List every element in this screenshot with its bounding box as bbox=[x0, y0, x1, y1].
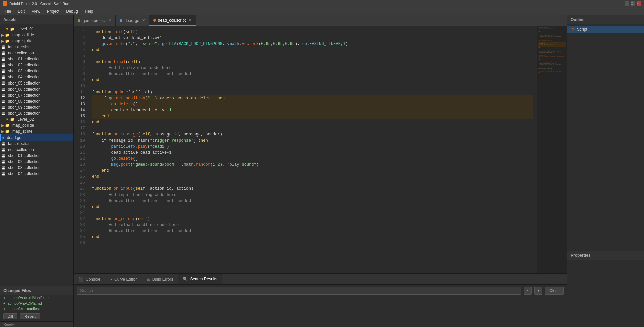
collection-icon: 💾 bbox=[1, 172, 5, 176]
outline-item-label: Script bbox=[577, 27, 587, 32]
changed-files-list: +admob/AndroidManifest.xml+admob/README.… bbox=[0, 295, 73, 311]
tree-item[interactable]: 💾 sbor_04.collection bbox=[0, 74, 73, 80]
code-line: function on_message(self, message_id, me… bbox=[92, 131, 533, 138]
tab-bar: game.project✕dead.go✕dead_coll.script✕ bbox=[74, 15, 567, 26]
line-number: 11 bbox=[74, 89, 88, 95]
tree-item[interactable]: 💾 sbor_07.collection bbox=[0, 92, 73, 98]
code-line: function final(self) bbox=[92, 59, 533, 65]
code-content[interactable]: function init(self) dead_active=dead_act… bbox=[88, 26, 537, 273]
tree-item[interactable]: 💾 sbor_03.collection bbox=[0, 68, 73, 74]
tree-item-label: far.collection bbox=[8, 45, 31, 49]
line-number: 1 bbox=[74, 29, 88, 35]
collection-icon: 💾 bbox=[1, 148, 5, 152]
outline-item[interactable]: ⚙Script bbox=[567, 26, 644, 33]
properties-header: Properties bbox=[567, 251, 644, 260]
changed-file-item[interactable]: +admob/README.md bbox=[0, 301, 73, 306]
search-prev-button[interactable]: ‹ bbox=[524, 287, 532, 295]
tab-close-dead-go[interactable]: ✕ bbox=[142, 18, 145, 23]
search-input[interactable] bbox=[77, 287, 521, 295]
tree-item[interactable]: 💾 sbor_02.collection bbox=[0, 159, 73, 165]
plus-icon: + bbox=[3, 307, 5, 311]
changed-file-label: admob/README.md bbox=[7, 301, 42, 305]
changed-file-label: admob/AndroidManifest.xml bbox=[7, 296, 53, 300]
tree-item[interactable]: ▶ 📁 map_sprite bbox=[0, 38, 73, 44]
tree-item[interactable]: 💾 sbor_01.collection bbox=[0, 153, 73, 159]
maximize-button[interactable]: □ bbox=[631, 1, 635, 6]
properties-section: Properties bbox=[567, 251, 644, 327]
tree-item[interactable]: ▶ 📁 map_sprite bbox=[0, 128, 73, 134]
code-line bbox=[92, 180, 533, 186]
tree-item-label: map_collide bbox=[12, 123, 34, 128]
bottom-tab-search-results[interactable]: 🔍Search Results bbox=[178, 274, 222, 284]
line-number: 30 bbox=[74, 204, 88, 210]
menu-item-view[interactable]: View bbox=[28, 8, 44, 14]
menu-item-file[interactable]: File bbox=[1, 8, 14, 14]
menu-item-debug[interactable]: Debug bbox=[63, 8, 81, 14]
tree-item[interactable]: ▼ 📁 Level_01 bbox=[0, 26, 73, 32]
tree-item[interactable]: 💾 sbor_09.collection bbox=[0, 104, 73, 110]
bottom-panel: ⬛Console~Curve Editor⚠Build Errors🔍Searc… bbox=[74, 273, 567, 327]
tree-item[interactable]: 💾 sbor_10.collection bbox=[0, 110, 73, 116]
changed-file-item[interactable]: +admob/AndroidManifest.xml bbox=[0, 295, 73, 301]
code-line: -- Add finalization code here bbox=[92, 65, 533, 71]
tree-item[interactable]: ● dead.go bbox=[0, 134, 73, 141]
tree-item[interactable]: 💾 far.collection bbox=[0, 44, 73, 50]
line-number: 18 bbox=[74, 131, 88, 138]
tree-item[interactable]: 💾 sbor_08.collection bbox=[0, 98, 73, 104]
code-line: if message_id==hash("trigger_response") … bbox=[92, 138, 533, 144]
tree-item-label: sbor_04.collection bbox=[8, 171, 41, 176]
assets-tree[interactable]: ▼ 📁 Level_01▶ 📁 map_collide▶ 📁 map_sprit… bbox=[0, 24, 73, 286]
tree-item[interactable]: 💾 sbor_01.collection bbox=[0, 56, 73, 62]
search-next-button[interactable]: › bbox=[534, 287, 542, 295]
code-line bbox=[92, 53, 533, 59]
folder-icon: ▶ 📁 bbox=[1, 129, 10, 134]
code-line: -- Add input-handling code here bbox=[92, 192, 533, 198]
line-number: 22 bbox=[74, 156, 88, 162]
changed-files-header: Changed Files bbox=[0, 286, 73, 295]
tab-close-dead-coll-script[interactable]: ✕ bbox=[189, 18, 192, 22]
tree-item[interactable]: 💾 sbor_03.collection bbox=[0, 165, 73, 171]
menu-item-project[interactable]: Project bbox=[44, 8, 63, 14]
tree-item[interactable]: 💾 near.collection bbox=[0, 147, 73, 153]
tree-item[interactable]: 💾 sbor_05.collection bbox=[0, 80, 73, 86]
tree-item-label: sbor_03.collection bbox=[8, 165, 41, 170]
editor-tab-dead-go[interactable]: dead.go✕ bbox=[116, 15, 149, 26]
bottom-tab-console[interactable]: ⬛Console bbox=[74, 274, 105, 284]
menu-item-help[interactable]: Help bbox=[82, 8, 97, 14]
collection-icon: 💾 bbox=[1, 166, 5, 170]
outline-item-icon: ⚙ bbox=[571, 27, 575, 32]
tree-item[interactable]: ▶ 📁 map_collide bbox=[0, 32, 73, 38]
diff-button[interactable]: Diff bbox=[3, 313, 17, 319]
collection-icon: 💾 bbox=[1, 63, 5, 67]
tree-item[interactable]: 💾 sbor_06.collection bbox=[0, 86, 73, 92]
line-number: 33 bbox=[74, 222, 88, 228]
tree-item[interactable]: ▼ 📁 Level_02 bbox=[0, 116, 73, 122]
tree-item[interactable]: 💾 far.collection bbox=[0, 141, 73, 147]
tree-item[interactable]: 💾 sbor_02.collection bbox=[0, 62, 73, 68]
code-line: end bbox=[92, 168, 533, 174]
editor-area: game.project✕dead.go✕dead_coll.script✕ 1… bbox=[74, 15, 567, 327]
editor-tab-game-project[interactable]: game.project✕ bbox=[74, 15, 116, 26]
revert-button[interactable]: Revert bbox=[20, 313, 40, 319]
code-line bbox=[92, 83, 533, 89]
tree-item-label: far.collection bbox=[8, 141, 31, 146]
bottom-tab-build-errors[interactable]: ⚠Build Errors bbox=[142, 274, 178, 284]
tree-item[interactable]: ▶ 📁 map_collide bbox=[0, 122, 73, 128]
tab-close-game-project[interactable]: ✕ bbox=[108, 18, 111, 23]
tree-item[interactable]: 💾 near.collection bbox=[0, 50, 73, 56]
status-text: Ready bbox=[3, 322, 14, 326]
bottom-tab-curve-editor[interactable]: ~Curve Editor bbox=[105, 274, 142, 284]
line-number: 13 bbox=[74, 101, 88, 107]
minimize-button[interactable]: _ bbox=[625, 1, 629, 6]
editor-tab-dead-coll-script[interactable]: dead_coll.script✕ bbox=[149, 15, 196, 26]
menu-item-edit[interactable]: Edit bbox=[14, 8, 28, 14]
tree-item[interactable]: 💾 sbor_04.collection bbox=[0, 171, 73, 177]
line-number: 9 bbox=[74, 77, 88, 83]
changed-file-item[interactable]: +admob/ext.manifest bbox=[0, 306, 73, 311]
clear-button[interactable]: Clear bbox=[545, 287, 564, 295]
line-number: 28 bbox=[74, 192, 88, 198]
close-button[interactable]: × bbox=[637, 1, 641, 6]
line-number: 2 bbox=[74, 35, 88, 41]
tree-item-label: sbor_09.collection bbox=[8, 105, 41, 110]
line-number: 25 bbox=[74, 174, 88, 180]
